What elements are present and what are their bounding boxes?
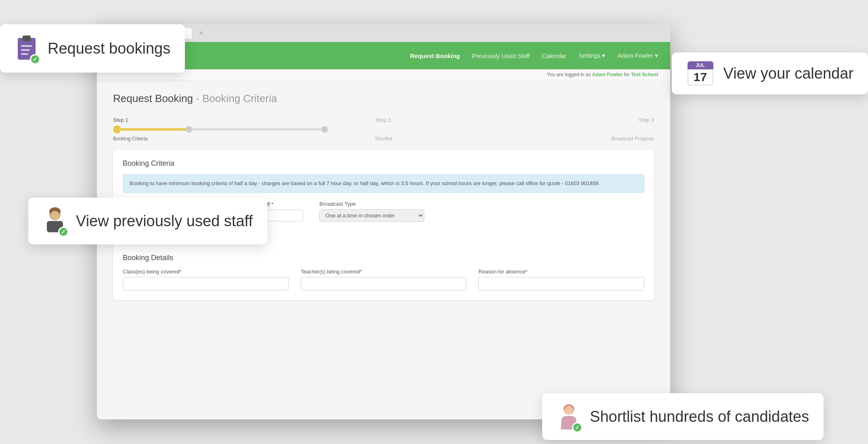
broadcast-select[interactable]: One at a time in chosen order xyxy=(319,209,424,222)
step3-name: Broadcast Progress xyxy=(474,136,654,142)
calendar-day: 17 xyxy=(688,69,713,85)
calendar-icon: JUL 17 xyxy=(686,61,715,85)
step1-line xyxy=(121,128,186,131)
step2-dot xyxy=(186,126,192,133)
shortlist-card: ✓ Shortlist hundreds of candidates xyxy=(542,393,824,440)
step1-dot xyxy=(113,125,121,133)
svg-rect-2 xyxy=(21,45,32,47)
reason-field: Reason for absence* xyxy=(478,269,644,290)
nav-request-booking[interactable]: Request Booking xyxy=(410,52,460,59)
main-content: Request Booking - Booking Criteria Step … xyxy=(97,80,670,312)
teachers-label: Teacher(s) being covered* xyxy=(301,269,467,275)
nav-previously-used-staff[interactable]: Previously Used Staff xyxy=(472,52,530,59)
previously-used-card: ✓ View previously used staff xyxy=(28,198,267,244)
nav-user[interactable]: Adam Fowler xyxy=(617,52,658,59)
page-title: Request Booking - Booking Criteria xyxy=(113,92,654,105)
request-bookings-text: Request bookings xyxy=(48,40,170,57)
step2-name: Shortlist xyxy=(294,136,474,142)
teachers-input[interactable] xyxy=(301,277,467,290)
nav-links: Request Booking Previously Used Staff Ca… xyxy=(410,52,658,59)
login-user: Adam Fowler xyxy=(592,72,623,77)
page-subtitle: - Booking Criteria xyxy=(196,92,277,104)
teachers-field: Teacher(s) being covered* xyxy=(301,269,467,290)
login-prefix: You are logged in as xyxy=(547,72,592,77)
request-bookings-icon: ✓ xyxy=(15,34,39,63)
nav-calendar[interactable]: Calendar xyxy=(542,52,566,59)
reason-input[interactable] xyxy=(478,277,644,290)
nav-settings[interactable]: Settings xyxy=(579,52,605,59)
step1-label: Step 1 xyxy=(113,117,294,123)
svg-rect-3 xyxy=(21,49,30,51)
step3-label: Step 3 xyxy=(474,117,654,123)
check-badge-prev: ✓ xyxy=(58,227,69,237)
calendar-card: JUL 17 View your calendar xyxy=(672,52,868,94)
reason-label: Reason for absence* xyxy=(478,269,644,275)
step2-label: Step 2 xyxy=(294,117,474,123)
login-school: Test School xyxy=(631,72,658,77)
classes-field: Class(es) being covered* xyxy=(123,269,289,290)
svg-point-11 xyxy=(564,406,573,415)
request-bookings-card: ✓ Request bookings xyxy=(0,24,185,73)
previously-used-icon: ✓ xyxy=(43,206,67,236)
steps-container: Step 1 Step 2 Step 3 Booking Criteria Sh… xyxy=(113,117,654,142)
check-badge-shortlist: ✓ xyxy=(572,422,583,433)
calendar-text: View your calendar xyxy=(723,65,853,82)
calendar-month: JUL xyxy=(688,61,713,69)
shortlist-text: Shortlist hundreds of candidates xyxy=(590,408,809,425)
info-message: Booking to have minimum booking criteria… xyxy=(123,174,644,193)
broadcast-label: Broadcast Type xyxy=(319,201,424,207)
booking-criteria-title: Booking Criteria xyxy=(123,159,644,168)
svg-point-8 xyxy=(50,211,59,220)
booking-details-row: Class(es) being covered* Teacher(s) bein… xyxy=(123,269,644,290)
step3-dot xyxy=(321,126,328,133)
login-for: for xyxy=(623,72,631,77)
classes-input[interactable] xyxy=(123,277,289,290)
shortlist-icon: ✓ xyxy=(557,402,581,431)
step2-line xyxy=(192,128,321,131)
steps-visual xyxy=(113,125,654,133)
new-tab-button[interactable]: + xyxy=(199,29,203,38)
step1-name: Booking Criteria xyxy=(113,136,294,142)
booking-details-title: Booking Details xyxy=(123,254,644,262)
check-badge: ✓ xyxy=(30,54,40,65)
svg-rect-4 xyxy=(21,53,28,55)
classes-label: Class(es) being covered* xyxy=(123,269,289,275)
page-title-text: Request Booking xyxy=(113,92,193,104)
svg-rect-1 xyxy=(23,35,31,41)
previously-used-text: View previously used staff xyxy=(76,213,253,230)
broadcast-field: Broadcast Type One at a time in chosen o… xyxy=(319,201,424,222)
